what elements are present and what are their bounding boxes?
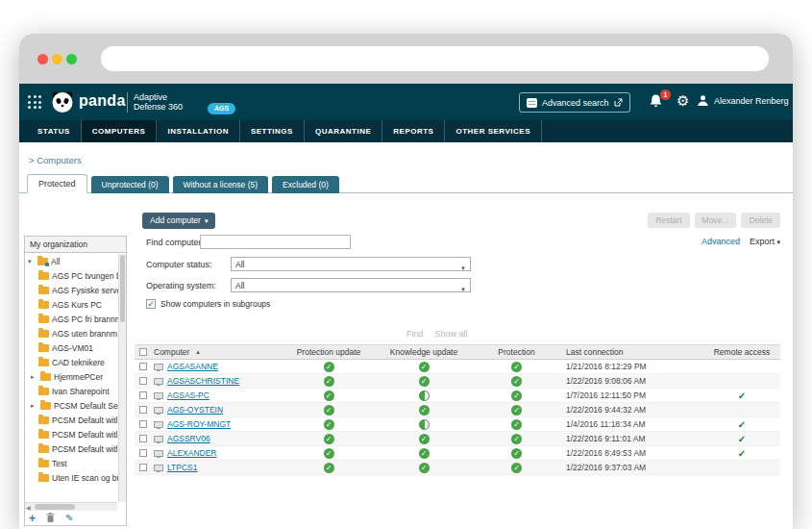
edit-group-button[interactable]: ✎ [65,513,73,524]
computer-icon [154,407,163,414]
tab-unprotected[interactable]: Unprotected (0) [91,176,169,193]
last-connection-cell: 1/22/2016 9:37:03 AM [562,463,703,472]
computer-row: LTPCS1✓✓✓1/22/2016 9:37:03 AM [135,461,780,475]
advanced-search-button[interactable]: Advanced search [519,92,630,113]
tree-item-label: All [51,257,60,266]
tab-excluded[interactable]: Excluded (0) [272,176,339,193]
tree-item-ags-pc-tvungen-b[interactable]: AGS PC tvungen b [25,268,118,283]
select-all-checkbox[interactable] [139,348,147,356]
computer-name-link[interactable]: ALEXANDER [167,448,217,458]
row-checkbox[interactable] [139,420,147,428]
delete-button[interactable]: Delete [741,213,780,228]
nav-item-quarantine[interactable]: QUARANTINE [305,120,382,142]
computer-name-link[interactable]: AGSSRV06 [167,434,210,443]
computer-name-link[interactable]: AGSASCHRISTINE [167,376,239,386]
column-protection[interactable]: Protection [471,347,562,357]
address-bar[interactable] [101,46,769,71]
tree-item-test[interactable]: Test [25,456,118,470]
scrollbar-thumb[interactable] [35,504,75,510]
column-last-connection[interactable]: Last connection [562,347,703,357]
row-checkbox[interactable] [139,406,147,414]
column-computer[interactable]: Computer ▴ [152,347,281,357]
tree-item-ags-vm01[interactable]: AGS-VM01 [25,340,118,355]
nav-item-installation[interactable]: INSTALLATION [157,120,239,142]
nav-item-status[interactable]: STATUS [27,120,82,142]
move-button[interactable]: Move... [695,213,737,228]
row-checkbox[interactable] [139,391,147,399]
find-button[interactable]: Find [406,329,424,339]
computer-row: ALEXANDER✓✓✓1/22/2016 8:49:53 AM✓ [135,446,780,461]
computer-name-link[interactable]: AGSAS-PC [167,390,209,400]
row-checkbox[interactable] [139,363,147,370]
tree-item-ags-kurs-pc[interactable]: AGS Kurs PC [25,297,118,312]
window-close-button[interactable] [37,54,48,64]
tree-item-ags-pc-fri-brannm[interactable]: AGS PC fri brannm [25,312,118,326]
nav-item-computers[interactable]: COMPUTERS [82,120,158,142]
remote-access-check-icon: ✓ [738,434,746,444]
advanced-link[interactable]: Advanced [701,237,740,246]
tree-item-label: Test [52,459,67,468]
tree-item-ivan-sharepoint[interactable]: Ivan Sharepoint [25,384,118,398]
tree-item-pcsm-default-witl[interactable]: PCSM Default witl [25,441,118,456]
caret-down-icon: ▾ [776,239,780,245]
scroll-left-icon[interactable]: ◀ [26,504,31,511]
column-remote-access[interactable]: Remote access [703,347,780,357]
add-computer-button[interactable]: Add computer▾ [142,213,215,229]
last-connection-cell: 1/22/2016 9:08:06 AM [562,376,703,386]
status-ok-icon: ✓ [419,362,430,372]
window-minimize-button[interactable] [52,54,62,64]
find-computer-input[interactable] [200,235,351,249]
column-knowledge-update[interactable]: Knowledge update [377,347,471,357]
settings-gear-icon[interactable]: ⚙ [677,91,689,111]
tree-item-pcsm-default-witl[interactable]: PCSM Default witl [25,413,118,427]
row-checkbox[interactable] [139,435,147,442]
tree-item-ags-uten-brannm[interactable]: AGS uten brannm [25,326,118,340]
row-checkbox[interactable] [139,449,147,457]
tree-item-uten-ie-scan-og-br[interactable]: Uten IE scan og br [25,470,118,485]
show-subgroups-checkbox-row[interactable]: ✓ Show computers in subgroups [146,299,270,309]
tree-item-all[interactable]: ▾All [25,254,118,268]
operating-system-select[interactable]: All ▼ [231,278,471,292]
expander-closed-icon[interactable]: ▸ [31,373,37,381]
sidebar-vertical-scrollbar[interactable] [118,254,126,502]
computer-name-link[interactable]: AGS-ROY-MNGT [167,419,231,429]
scrollbar-thumb[interactable] [120,255,125,322]
subgroups-checkbox[interactable]: ✓ [146,299,156,309]
tree-item-cad-teknikere[interactable]: CAD teknikere [25,355,118,369]
nav-item-settings[interactable]: SETTINGS [240,120,305,142]
tree-item-label: AGS-VM01 [52,343,93,353]
computer-row: AGS-ROY-MNGT✓✓1/4/2016 11:18:34 AM✓ [135,417,780,432]
tree-item-pcsm-default-witl[interactable]: PCSM Default witl [25,427,118,441]
notifications-button[interactable]: 1 [649,93,668,113]
last-connection-cell: 1/22/2016 9:11:01 AM [562,434,703,443]
column-protection-update[interactable]: Protection update [281,347,377,357]
computer-row: AGSASCHRISTINE✓✓✓1/22/2016 9:08:06 AM [135,374,780,389]
show-all-button[interactable]: Show all [435,329,468,339]
computer-icon [154,421,163,428]
user-menu[interactable]: Alexander Renberg [697,94,789,107]
computer-name-link[interactable]: AGS-OYSTEIN [167,405,223,415]
add-group-button[interactable]: + [29,513,36,524]
row-checkbox[interactable] [139,377,147,385]
computer-row: AGS-OYSTEIN✓✓✓1/22/2016 9:44:32 AM [135,403,780,417]
expander-closed-icon[interactable]: ▸ [31,402,37,410]
export-button[interactable]: Export ▾ [750,237,780,246]
restart-button[interactable]: Restart [648,213,689,228]
nav-item-reports[interactable]: REPORTS [382,120,445,142]
sidebar-horizontal-scrollbar[interactable]: ◀ [25,502,117,511]
computer-name-link[interactable]: LTPCS1 [167,463,198,472]
expander-open-icon[interactable]: ▾ [28,258,35,265]
row-checkbox[interactable] [139,464,147,471]
breadcrumb: > Computers [29,155,82,165]
computer-status-select[interactable]: All ▼ [231,257,471,271]
delete-group-button[interactable] [46,513,55,523]
tree-item-ags-fysiske-serve[interactable]: AGS Fysiske serve [25,283,118,297]
window-zoom-button[interactable] [66,54,77,64]
computer-name-link[interactable]: AGSASANNE [167,362,218,371]
nav-item-other-services[interactable]: OTHER SERVICES [445,120,542,142]
tab-protected[interactable]: Protected [27,174,87,193]
tree-item-hjemmepcer[interactable]: ▸HjemmePCer [25,369,118,384]
tree-item-pcsm-default-ser[interactable]: ▸PCSM Default Ser [25,398,118,413]
app-grid-icon[interactable] [28,95,42,110]
tab-without-license[interactable]: Without a license (5) [173,176,268,193]
